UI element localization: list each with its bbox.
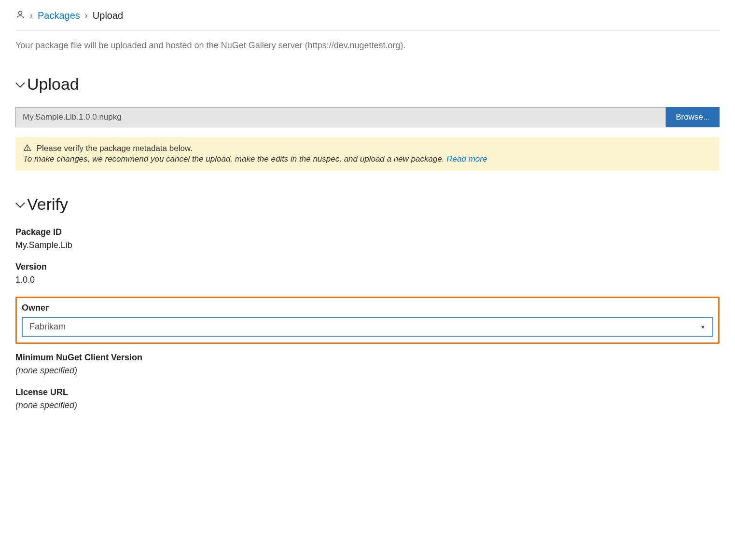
field-min-client: Minimum NuGet Client Version (none speci… [15, 353, 720, 376]
breadcrumb-separator: › [30, 11, 33, 21]
svg-point-2 [27, 150, 28, 150]
version-value: 1.0.0 [15, 275, 720, 285]
min-client-value: (none specified) [15, 366, 720, 376]
breadcrumb-separator: › [85, 11, 88, 21]
verify-section-toggle[interactable]: Verify [15, 195, 720, 214]
file-name-input[interactable]: My.Sample.Lib.1.0.0.nupkg [15, 107, 666, 127]
alert-read-more-link[interactable]: Read more [446, 154, 487, 164]
chevron-down-icon [15, 78, 25, 88]
svg-point-0 [19, 11, 22, 14]
package-id-label: Package ID [15, 227, 720, 237]
field-package-id: Package ID My.Sample.Lib [15, 227, 720, 250]
upload-section-toggle[interactable]: Upload [15, 75, 720, 94]
breadcrumb-packages-link[interactable]: Packages [38, 10, 80, 21]
owner-label: Owner [22, 303, 713, 313]
owner-select[interactable]: Fabrikam ▼ [22, 317, 713, 337]
alert-line1: Please verify the package metadata below… [37, 144, 193, 153]
owner-select-value: Fabrikam [23, 318, 693, 336]
upload-heading: Upload [27, 75, 79, 94]
version-label: Version [15, 262, 720, 272]
verify-alert: Please verify the package metadata below… [15, 137, 720, 171]
owner-highlight: Owner Fabrikam ▼ [15, 297, 720, 344]
browse-button[interactable]: Browse... [666, 107, 720, 127]
min-client-label: Minimum NuGet Client Version [15, 353, 720, 363]
chevron-down-icon [15, 198, 25, 208]
field-version: Version 1.0.0 [15, 262, 720, 285]
verify-heading: Verify [27, 195, 68, 214]
breadcrumb-current: Upload [93, 10, 123, 21]
field-license-url: License URL (none specified) [15, 387, 720, 410]
license-url-label: License URL [15, 387, 720, 397]
file-input-row: My.Sample.Lib.1.0.0.nupkg Browse... [15, 107, 720, 127]
dropdown-caret-icon: ▼ [693, 324, 712, 330]
user-icon[interactable] [15, 10, 25, 22]
page-subtitle: Your package file will be uploaded and h… [15, 41, 720, 51]
breadcrumb: › Packages › Upload [15, 10, 720, 31]
alert-line2: To make changes, we recommend you cancel… [23, 154, 446, 164]
package-id-value: My.Sample.Lib [15, 240, 720, 250]
license-url-value: (none specified) [15, 400, 720, 410]
warning-icon [23, 144, 31, 153]
